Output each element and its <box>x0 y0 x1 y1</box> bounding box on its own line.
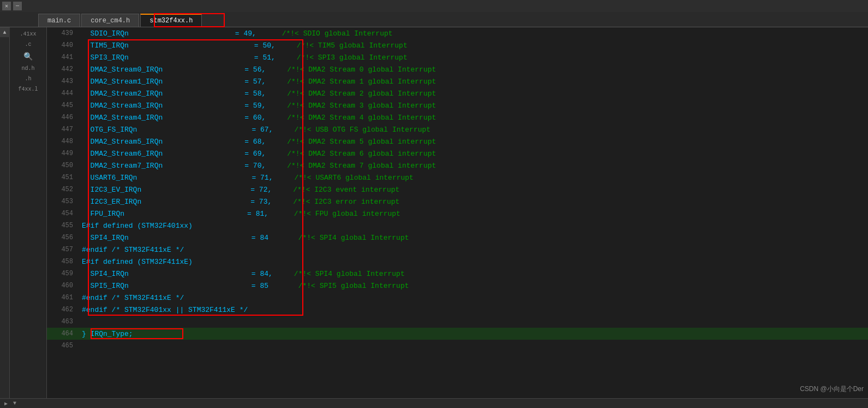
tabs-bar: main.c core_cm4.h stm32f4xx.h <box>0 12 868 27</box>
expand-icon[interactable]: ▶ <box>4 400 8 407</box>
watermark: CSDN @小向是个Der <box>800 385 864 394</box>
code-line-452: 452 I2C3_EV_IRQn= 72, /*!< I2C3 event in… <box>47 184 868 196</box>
code-line-455: 455 E#if defined (STM32F401xx) <box>47 220 868 232</box>
sidebar-item-h[interactable]: .h <box>12 74 45 84</box>
code-line-456: 456 SPI4_IRQn= 84 /*!< SPI4 global Inter… <box>47 232 868 244</box>
sidebar-item-c[interactable]: .c <box>12 40 45 49</box>
collapse-icon[interactable]: ▼ <box>13 400 16 406</box>
code-line-443: 443 DMA2_Stream1_IRQn= 57, /*!< DMA2 Str… <box>47 75 868 87</box>
minimize-button[interactable]: ─ <box>13 2 22 10</box>
code-line-462: 462 #endif /* STM32F401xx || STM32F411xE… <box>47 304 868 316</box>
code-line-460: 460 SPI5_IRQn= 85 /*!< SPI5 global Inter… <box>47 280 868 292</box>
scroll-up-button[interactable]: ▲ <box>0 27 10 37</box>
sidebar-item-ndh[interactable]: nd.h <box>12 64 45 73</box>
code-line-450: 450 DMA2_Stream7_IRQn= 70, /*!< DMA2 Str… <box>47 159 868 172</box>
code-line-461: 461 #endif /* STM32F411xE */ <box>47 292 868 304</box>
code-line-441: 441 SPI3_IRQn= 51, /*!< SPI3 global Inte… <box>47 51 868 63</box>
code-line-453: 453 I2C3_ER_IRQn= 73, /*!< I2C3 error in… <box>47 196 868 208</box>
code-line-463: 463 <box>47 316 868 328</box>
code-line-440: 440 TIM5_IRQn= 50, /*!< TIM5 global Inte… <box>47 39 868 51</box>
tab-stm32f4xx[interactable]: stm32f4xx.h <box>140 14 202 27</box>
sidebar-item-search[interactable]: 🔍 <box>12 50 45 63</box>
sidebar-item-f4xxl[interactable]: f4xx.l <box>12 85 45 94</box>
code-line-446: 446 DMA2_Stream4_IRQn= 60, /*!< DMA2 Str… <box>47 111 868 123</box>
code-line-458: 458 E#if defined (STM32F411xE) <box>47 256 868 268</box>
code-content[interactable]: 439 SDIO_IRQn = 49, /*!< SDIO global Int… <box>47 27 868 398</box>
close-button[interactable]: ✕ <box>2 2 11 10</box>
code-line-442: 442 DMA2_Stream0_IRQn= 56, /*!< DMA2 Str… <box>47 63 868 75</box>
bottom-bar: ▶ ▼ <box>0 398 868 408</box>
left-scrollbar: ▲ <box>0 27 10 398</box>
code-line-457: 457 #endif /* STM32F411xE */ <box>47 244 868 256</box>
code-line-444: 444 DMA2_Stream2_IRQn= 58, /*!< DMA2 Str… <box>47 87 868 99</box>
main-area: ▲ .41xx .c 🔍 nd.h .h f4xx.l 439 SDIO_IRQ… <box>0 27 868 398</box>
code-area: 439 SDIO_IRQn = 49, /*!< SDIO global Int… <box>47 27 868 398</box>
tab-main-c[interactable]: main.c <box>38 14 80 27</box>
tab-core-cm4[interactable]: core_cm4.h <box>81 14 139 27</box>
code-line-449: 449 DMA2_Stream6_IRQn= 69, /*!< DMA2 Str… <box>47 147 868 159</box>
code-line-464: 464 } IRQn_Type; <box>47 328 868 340</box>
title-bar: ✕ ─ <box>0 0 868 12</box>
code-line-439: 439 SDIO_IRQn = 49, /*!< SDIO global Int… <box>47 27 868 39</box>
code-line-459: 459 SPI4_IRQn= 84, /*!< SPI4 global Inte… <box>47 268 868 280</box>
code-line-445: 445 DMA2_Stream3_IRQn= 59, /*!< DMA2 Str… <box>47 99 868 111</box>
main-window: ✕ ─ main.c core_cm4.h stm32f4xx.h ▲ .41x… <box>0 0 868 408</box>
code-line-454: 454 FPU_IRQn= 81, /*!< FPU global interr… <box>47 208 868 220</box>
code-line-447: 447 OTG_FS_IRQn= 67, /*!< USB OTG FS glo… <box>47 123 868 135</box>
sidebar-item-41xx[interactable]: .41xx <box>12 29 45 39</box>
sidebar: .41xx .c 🔍 nd.h .h f4xx.l <box>10 27 47 398</box>
code-line-465: 465 <box>47 340 868 352</box>
code-line-451: 451 USART6_IRQn= 71, /*!< USART6 global … <box>47 172 868 184</box>
code-line-448: 448 DMA2_Stream5_IRQn= 68, /*!< DMA2 Str… <box>47 135 868 147</box>
